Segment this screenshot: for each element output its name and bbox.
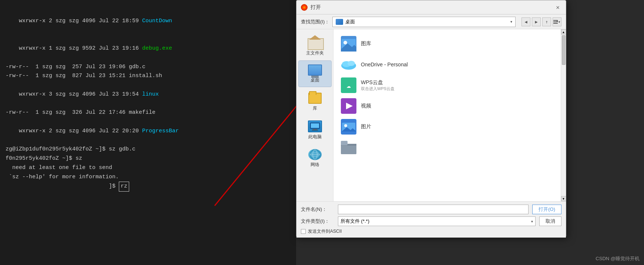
sidebar-item-home[interactable]: 主文件夹: [298, 32, 332, 59]
filetype-label: 文件类型(I)：: [301, 218, 334, 225]
video-name: 视频: [361, 103, 371, 109]
line-prefix: wxrwxr-x 2 szg szg 4096 Jul 22 20:20: [19, 128, 142, 134]
file-item-info: 图库: [361, 40, 371, 47]
sidebar-item-desktop[interactable]: 桌面: [298, 60, 332, 87]
line-prefix: wxrwxr-x 3 szg szg 4096 Jul 23 19:54: [19, 91, 142, 97]
terminal-prompt3: ]$ rz: [6, 182, 291, 192]
file-item-wps[interactable]: ☁ WPS云盘 双击进入WPS云盘: [338, 75, 556, 95]
svg-rect-11: [312, 130, 318, 130]
dialog-close-button[interactable]: ✕: [554, 4, 561, 11]
scrollbar[interactable]: ▲ ▼: [561, 29, 566, 201]
folder-gray-icon: [341, 140, 356, 155]
terminal-line: wxrwxr-x 3 szg szg 4096 Jul 23 19:54 lin…: [6, 81, 291, 108]
ascii-checkbox[interactable]: [301, 229, 306, 234]
countdown-link: CountDown: [142, 18, 172, 24]
terminal-line: -rw-r-- 1 szg szg 326 Jul 22 17:46 makef…: [6, 108, 291, 117]
toolbar-icons: ◀ ▶ ↑ ▾: [521, 17, 561, 26]
terminal-line: wxrwxr-x 2 szg szg 4096 Jul 22 18:59 Cou…: [6, 7, 291, 35]
filename-row: 文件名(N)： 打开(O): [301, 205, 561, 214]
ascii-label: 发送文件到ASCII: [308, 228, 342, 235]
svg-point-29: [344, 124, 347, 127]
up-button[interactable]: ↑: [542, 17, 551, 26]
terminal-line: -rw-r-- 1 szg szg 257 Jul 23 19:06 gdb.c: [6, 63, 291, 72]
sidebar-item-network[interactable]: 网络: [298, 145, 332, 172]
view-button[interactable]: ▾: [553, 17, 561, 26]
file-item-photos[interactable]: 图库: [338, 34, 556, 54]
sidebar-computer-label: 此电脑: [308, 134, 322, 140]
scroll-down-button[interactable]: ▼: [561, 196, 566, 201]
scroll-up-button[interactable]: ▲: [561, 29, 566, 34]
file-item-pictures[interactable]: 图片: [338, 117, 556, 137]
network-icon: [308, 149, 322, 160]
cancel-button[interactable]: 取消: [539, 216, 561, 226]
file-item-folder[interactable]: [338, 138, 556, 158]
desktop-icon: [308, 64, 322, 76]
terminal-msg1: need at least one file to send: [6, 163, 291, 173]
location-dropdown-arrow: ▾: [510, 20, 512, 24]
file-item-video[interactable]: 视频: [338, 96, 556, 116]
library-icon: [308, 93, 322, 104]
dialog-bottom: 文件名(N)： 打开(O) 文件类型(I)： 所有文件 (*.*) ▾ 取消 发…: [296, 201, 566, 238]
svg-rect-6: [553, 23, 558, 24]
wps-icon: ☁: [341, 77, 356, 93]
terminal-line: wxrwxr-x 2 szg szg 4096 Jul 22 20:20 Pro…: [6, 117, 291, 145]
file-item-info: 视频: [361, 103, 371, 109]
sidebar: 主文件夹 桌面 库: [296, 29, 333, 201]
filename-label: 文件名(N)：: [301, 206, 334, 213]
location-value: 桌面: [345, 19, 355, 25]
file-list: 图库 OneDrive - Personal: [333, 29, 561, 201]
scroll-track: [561, 34, 566, 196]
filetype-value: 所有文件 (*.*): [341, 218, 369, 225]
file-item-onedrive[interactable]: OneDrive - Personal: [338, 54, 556, 74]
sidebar-item-computer[interactable]: 此电脑: [298, 117, 332, 143]
back-button[interactable]: ◀: [521, 17, 530, 26]
sidebar-item-library[interactable]: 库: [298, 89, 332, 115]
sidebar-library-label: 库: [313, 105, 317, 112]
open-button[interactable]: 打开(O): [532, 205, 561, 214]
titlebar-left: 打开: [301, 4, 321, 11]
location-bar: 查找范围(I)： 桌面 ▾ ◀ ▶ ↑ ▾: [296, 14, 566, 29]
open-file-dialog: 打开 ✕ 查找范围(I)： 桌面 ▾ ◀ ▶ ↑ ▾: [296, 0, 566, 237]
dialog-body-container: 主文件夹 桌面 库: [296, 29, 566, 238]
debug-link: debug.exe: [142, 45, 172, 52]
svg-point-3: [303, 6, 305, 9]
terminal-line: wxrwxr-x 1 szg szg 9592 Jul 23 19:16 deb…: [6, 35, 291, 62]
terminal-prompt2: f0n295r5yk402foZ ~]$ sz: [6, 154, 291, 163]
linux-link: linux: [142, 91, 159, 97]
forward-button[interactable]: ▶: [532, 17, 541, 26]
svg-point-18: [343, 41, 347, 44]
ascii-row: 发送文件到ASCII: [301, 228, 561, 235]
photos-icon: [341, 36, 356, 52]
terminal-line: -rw-r-- 1 szg szg 827 Jul 23 15:21 insta…: [6, 72, 291, 81]
onedrive-icon: [341, 57, 356, 72]
svg-rect-33: [341, 141, 348, 145]
scroll-thumb[interactable]: [562, 35, 566, 65]
file-item-info: WPS云盘 双击进入WPS云盘: [361, 79, 395, 92]
line-prefix: wxrwxr-x 2 szg szg 4096 Jul 22 18:59: [19, 18, 142, 24]
svg-rect-9: [311, 123, 319, 128]
dialog-body-main: 主文件夹 桌面 库: [296, 29, 566, 201]
location-label: 查找范围(I)：: [301, 19, 329, 25]
filename-input[interactable]: [338, 205, 529, 214]
onedrive-name: OneDrive - Personal: [361, 62, 408, 67]
svg-point-22: [348, 61, 355, 66]
line-prefix: wxrwxr-x 1 szg szg 9592 Jul 23 19:16: [19, 45, 142, 52]
photos-name: 图库: [361, 40, 371, 47]
svg-text:☁: ☁: [346, 81, 351, 90]
wps-sub: 双击进入WPS云盘: [361, 86, 395, 92]
pictures-icon: [341, 119, 356, 135]
terminal: wxrwxr-x 2 szg szg 4096 Jul 22 18:59 Cou…: [0, 0, 296, 265]
sidebar-home-label: 主文件夹: [306, 50, 324, 56]
location-dropdown[interactable]: 桌面 ▾: [332, 17, 516, 27]
sidebar-network-label: 网络: [311, 162, 319, 168]
home-icon: [308, 35, 322, 49]
filetype-dropdown[interactable]: 所有文件 (*.*) ▾: [338, 216, 536, 226]
dialog-app-icon: [301, 4, 308, 11]
file-item-info: OneDrive - Personal: [361, 62, 408, 67]
watermark: CSDN @睡觉待开机: [596, 255, 640, 262]
pictures-name: 图片: [361, 123, 371, 130]
file-item-info: 图片: [361, 123, 371, 130]
location-dropdown-text: 桌面: [336, 19, 355, 25]
rz-command: rz: [119, 182, 129, 192]
computer-icon: [308, 120, 322, 132]
